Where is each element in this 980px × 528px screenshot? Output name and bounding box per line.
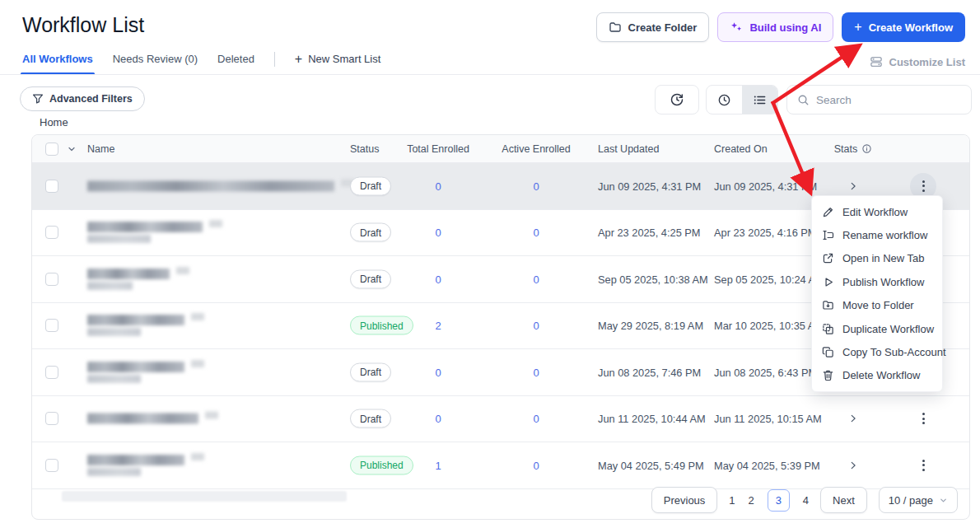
created-on-value: Sep 05 2025, 10:24 AM (714, 273, 824, 285)
workflow-name-redacted[interactable] (87, 455, 204, 476)
list-view-toggle[interactable] (742, 86, 777, 114)
table-row: Published 1 0 May 04 2025, 5:49 PM May 0… (32, 442, 969, 489)
column-header-status[interactable]: Status (350, 143, 379, 155)
active-enrolled-value[interactable]: 0 (491, 459, 581, 471)
pagination: Previous 1234 Next 10 / page (651, 486, 958, 514)
header-actions: Create Folder Build using AI + Create Wo… (596, 12, 965, 42)
stats-header-label: Stats (834, 143, 858, 155)
trash-icon (822, 369, 834, 381)
workflow-tabs: All Workflows Needs Review (0) Deleted +… (22, 52, 380, 73)
created-on-value: May 04 2025, 5:39 PM (714, 459, 820, 471)
search-input[interactable] (816, 94, 962, 106)
total-enrolled-value[interactable]: 0 (393, 366, 483, 378)
create-folder-button[interactable]: Create Folder (596, 12, 710, 42)
previous-page-button[interactable]: Previous (651, 487, 718, 513)
workflow-name-redacted[interactable] (87, 414, 218, 424)
info-icon[interactable] (861, 143, 872, 154)
page-number-1[interactable]: 1 (729, 494, 735, 507)
menu-item-label: Edit Workflow (842, 206, 908, 218)
column-header-stats[interactable]: Stats (828, 143, 878, 155)
column-header-name[interactable]: Name (87, 143, 114, 155)
search-icon (797, 94, 810, 106)
row-checkbox[interactable] (45, 459, 58, 472)
history-clock-icon (670, 92, 684, 107)
total-enrolled-value[interactable]: 0 (393, 227, 483, 239)
stats-expand-chevron[interactable] (837, 180, 870, 192)
search-field (786, 85, 972, 114)
create-workflow-button[interactable]: + Create Workflow (842, 12, 965, 42)
row-menu-kebab[interactable] (910, 452, 936, 479)
row-checkbox[interactable] (45, 180, 58, 193)
row-checkbox[interactable] (45, 412, 58, 425)
move-folder-icon (822, 299, 834, 311)
created-on-value: Apr 23 2025, 4:16 PM (714, 227, 817, 239)
menu-item-label: Duplicate Workflow (842, 323, 934, 335)
status-badge: Draft (350, 362, 391, 381)
plus-icon: + (854, 21, 861, 34)
stats-expand-chevron[interactable] (837, 413, 870, 424)
page-number-4[interactable]: 4 (803, 494, 809, 507)
copy-icon (822, 346, 834, 358)
page-number-3[interactable]: 3 (768, 489, 790, 512)
row-menu-kebab[interactable] (910, 405, 936, 432)
advanced-filters-button[interactable]: Advanced Filters (20, 86, 145, 111)
column-header-total-enrolled[interactable]: Total Enrolled (393, 143, 483, 155)
workflow-name-redacted[interactable] (87, 180, 354, 191)
menu-item-open-in-new-tab[interactable]: Open in New Tab (812, 247, 942, 270)
total-enrolled-value[interactable]: 0 (393, 273, 483, 285)
active-enrolled-value[interactable]: 0 (491, 227, 581, 239)
menu-item-copy-to-sub-account[interactable]: Copy To Sub-Account (812, 340, 942, 363)
active-enrolled-value[interactable]: 0 (491, 413, 581, 425)
chevron-down-icon[interactable] (67, 144, 77, 154)
workflow-name-redacted[interactable] (87, 222, 222, 243)
workflow-name-redacted[interactable] (87, 315, 204, 336)
next-page-button[interactable]: Next (820, 487, 867, 513)
create-workflow-label: Create Workflow (869, 21, 953, 34)
total-enrolled-value[interactable]: 1 (393, 459, 483, 471)
row-checkbox[interactable] (45, 366, 58, 379)
page-number-2[interactable]: 2 (749, 494, 754, 507)
menu-item-duplicate-workflow[interactable]: Duplicate Workflow (812, 317, 942, 340)
menu-item-rename-workflow[interactable]: Rename workflow (812, 223, 942, 246)
menu-item-label: Delete Workflow (842, 369, 920, 381)
page-title: Workflow List (22, 13, 144, 37)
row-checkbox[interactable] (45, 319, 58, 332)
row-checkbox[interactable] (45, 226, 58, 239)
customize-list-button[interactable]: Customize List (870, 55, 965, 68)
active-enrolled-value[interactable]: 0 (491, 320, 581, 332)
workflow-name-redacted[interactable] (87, 362, 204, 383)
build-using-ai-button[interactable]: Build using AI (717, 12, 833, 42)
tab-deleted[interactable]: Deleted (217, 53, 254, 72)
active-enrolled-value[interactable]: 0 (491, 273, 581, 285)
stats-expand-chevron[interactable] (837, 460, 870, 471)
tab-needs-review[interactable]: Needs Review (0) (113, 53, 198, 72)
enrollment-history-button[interactable] (655, 85, 699, 114)
total-enrolled-value[interactable]: 2 (393, 320, 483, 332)
recent-view-toggle[interactable] (707, 86, 742, 114)
workflow-name-redacted[interactable] (87, 269, 189, 290)
customize-list-icon (870, 55, 883, 68)
active-enrolled-value[interactable]: 0 (491, 180, 581, 192)
tab-all-workflows[interactable]: All Workflows (22, 53, 93, 72)
active-enrolled-value[interactable]: 0 (491, 366, 581, 378)
menu-item-delete-workflow[interactable]: Delete Workflow (812, 364, 942, 387)
select-all-checkbox[interactable] (45, 143, 58, 156)
column-header-last-updated[interactable]: Last Updated (598, 143, 659, 155)
row-checkbox[interactable] (45, 273, 58, 286)
menu-item-edit-workflow[interactable]: Edit Workflow (812, 200, 942, 223)
status-badge: Draft (350, 223, 391, 242)
total-enrolled-value[interactable]: 0 (393, 413, 483, 425)
total-enrolled-value[interactable]: 0 (393, 180, 483, 192)
menu-item-publish-workflow[interactable]: Publish Workflow (812, 270, 942, 293)
redacted-content-strip (62, 491, 347, 502)
menu-item-move-to-folder[interactable]: Move to Folder (812, 294, 942, 317)
create-folder-label: Create Folder (628, 21, 698, 34)
breadcrumb[interactable]: Home (40, 116, 68, 128)
column-header-created-on[interactable]: Created On (714, 143, 768, 155)
duplicate-icon (822, 323, 834, 335)
last-updated-value: Apr 23 2025, 4:25 PM (598, 227, 701, 239)
row-context-menu: Edit WorkflowRename workflowOpen in New … (811, 195, 943, 392)
new-smart-list-button[interactable]: + New Smart List (295, 53, 380, 73)
page-size-select[interactable]: 10 / page (879, 487, 958, 513)
column-header-active-enrolled[interactable]: Active Enrolled (491, 143, 581, 155)
